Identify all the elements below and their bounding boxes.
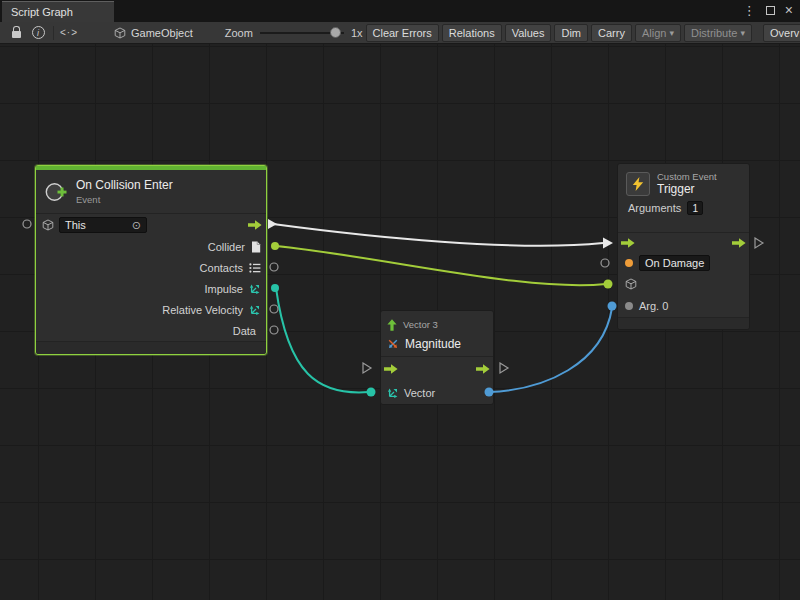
magnitude-arrows-icon (387, 338, 399, 350)
vector-control-out-port[interactable] (500, 363, 508, 373)
port-row-impulse[interactable]: Impulse (36, 278, 266, 299)
control-output-arrow-icon[interactable] (248, 220, 262, 230)
close-icon[interactable]: × (785, 3, 793, 17)
window-menu-icon[interactable]: ⋮ (743, 4, 756, 17)
arguments-label: Arguments (628, 202, 681, 214)
node-on-collision-enter[interactable]: On Collision Enter Event This ⊙ Collider… (35, 165, 267, 355)
info-button[interactable] (27, 24, 49, 42)
node-footer (36, 341, 266, 354)
window-titlebar: Script Graph ⋮ × (0, 0, 800, 22)
event-name-field[interactable]: On Damage (639, 255, 710, 271)
arguments-count-field[interactable]: 1 (687, 201, 703, 215)
port-row-event-name[interactable]: On Damage (618, 253, 749, 273)
port-label: Impulse (204, 283, 243, 295)
relations-toggle[interactable]: Relations (442, 24, 502, 42)
target-input-port[interactable] (604, 280, 613, 289)
control-output-port[interactable] (268, 219, 277, 229)
impulse-output-port[interactable] (271, 284, 279, 292)
vector3-icon (249, 283, 261, 295)
port-label: Arg. 0 (639, 300, 668, 312)
maximize-icon[interactable] (766, 6, 775, 15)
target-field[interactable]: This ⊙ (59, 217, 147, 233)
node-footer (618, 317, 749, 329)
control-output-arrow-icon[interactable] (732, 238, 746, 248)
target-field-value: This (65, 219, 86, 231)
separator (53, 26, 54, 40)
node-title: On Collision Enter (76, 178, 173, 192)
event-name-port[interactable] (601, 259, 609, 267)
gameobject-reference[interactable]: GameObject (114, 27, 193, 39)
port-row-target[interactable] (618, 273, 749, 295)
port-row-arg0[interactable]: Arg. 0 (618, 295, 749, 317)
control-input-arrow-icon[interactable] (621, 238, 635, 248)
contacts-output-port[interactable] (270, 263, 278, 271)
port-row-relative-velocity[interactable]: Relative Velocity (36, 299, 266, 320)
control-input-arrowhead[interactable] (603, 238, 613, 249)
tab-script-graph[interactable]: Script Graph (2, 1, 114, 22)
node-subtitle: Event (76, 194, 173, 205)
port-label: Vector (404, 387, 435, 399)
distribute-dropdown[interactable]: Distribute ▾ (684, 24, 752, 42)
port-row-contacts[interactable]: Contacts (36, 257, 266, 278)
node-title: Magnitude (405, 337, 461, 351)
control-input-arrow-icon[interactable] (384, 364, 398, 374)
dim-toggle[interactable]: Dim (554, 24, 588, 42)
wire-collider-target[interactable] (276, 246, 606, 285)
collider-output-port[interactable] (271, 242, 279, 250)
gameobject-cube-icon (42, 219, 54, 231)
info-icon (32, 26, 45, 39)
up-arrow-icon (387, 319, 397, 331)
overview-button[interactable]: Overv (763, 24, 800, 42)
node-group: Custom Event (657, 171, 717, 182)
lock-button[interactable] (5, 24, 27, 42)
clear-errors-button[interactable]: Clear Errors (366, 24, 439, 42)
port-label: Relative Velocity (162, 304, 243, 316)
vector-input-port[interactable] (367, 388, 376, 397)
vector3-icon (249, 304, 261, 316)
vector3-icon (387, 387, 399, 399)
wire-magnitude-arg0[interactable] (489, 308, 612, 392)
control-flow-row[interactable] (381, 357, 493, 381)
port-row-data[interactable]: Data (36, 320, 266, 341)
object-picker-icon[interactable]: ⊙ (132, 220, 141, 231)
custom-event-control-out-port[interactable] (755, 238, 763, 248)
chevron-down-icon: ▾ (669, 28, 674, 38)
control-flow-row[interactable] (618, 233, 749, 253)
distribute-label: Distribute (691, 27, 737, 39)
node-vector3-magnitude[interactable]: Vector 3 Magnitude Vector (380, 310, 494, 405)
zoom-slider-handle[interactable] (330, 27, 341, 38)
zoom-slider[interactable] (260, 27, 344, 39)
relative-velocity-output-port[interactable] (270, 305, 278, 313)
port-label: Data (233, 325, 256, 337)
data-output-port[interactable] (270, 326, 278, 334)
lock-icon (12, 31, 21, 38)
code-icon (60, 27, 78, 38)
graph-canvas[interactable]: On Collision Enter Event This ⊙ Collider… (0, 44, 800, 600)
values-toggle[interactable]: Values (505, 24, 552, 42)
lightning-icon (632, 177, 644, 191)
target-self-port[interactable] (23, 220, 31, 228)
string-port-dot[interactable] (625, 259, 633, 267)
vector-node-header[interactable]: Vector 3 Magnitude (381, 311, 493, 357)
align-dropdown[interactable]: Align ▾ (635, 24, 681, 42)
zoom-value: 1x (351, 27, 363, 39)
wire-control-flow[interactable] (273, 224, 603, 246)
port-row-collider[interactable]: Collider (36, 236, 266, 257)
event-node-header[interactable]: On Collision Enter Event (36, 170, 266, 214)
arg0-input-port[interactable] (608, 302, 617, 311)
list-icon (249, 263, 261, 273)
custom-event-header[interactable]: Custom Event Trigger Arguments 1 (618, 164, 749, 233)
code-view-button[interactable] (58, 24, 80, 42)
wire-impulse-vector[interactable] (276, 288, 369, 392)
gameobject-label: GameObject (131, 27, 193, 39)
port-row-vector[interactable]: Vector (381, 381, 493, 404)
custom-event-badge (626, 172, 650, 196)
control-output-arrow-icon[interactable] (476, 364, 490, 374)
carry-toggle[interactable]: Carry (591, 24, 632, 42)
collision-event-icon (44, 180, 68, 204)
target-row: This ⊙ (36, 214, 266, 236)
gameobject-cube-icon (625, 278, 637, 290)
vector-control-in-port[interactable] (363, 363, 371, 373)
node-trigger-custom-event[interactable]: Custom Event Trigger Arguments 1 On Dama… (617, 163, 750, 330)
object-port-dot[interactable] (625, 302, 633, 310)
